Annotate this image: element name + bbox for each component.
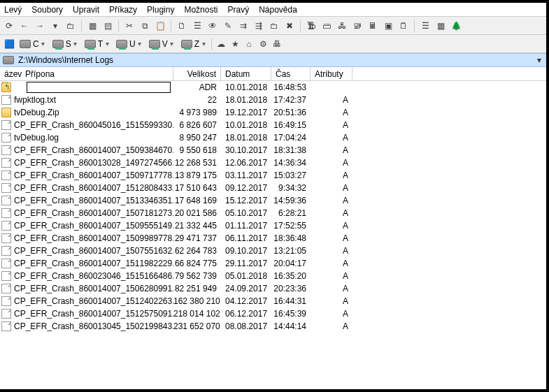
cell-attr: A — [311, 246, 352, 256]
header-time[interactable]: Čas — [271, 67, 311, 80]
table-row[interactable]: CP_EFR_Crash_860014007_1509555149.dmp21 … — [0, 219, 546, 232]
table-row[interactable]: CP_EFR_Crash_860013045_1502199843.dmp231… — [0, 320, 546, 333]
separator — [211, 38, 212, 50]
rename-input[interactable] — [27, 82, 171, 93]
table-row[interactable]: CP_EFR_Crash_860023046_1515166486.dmp79 … — [0, 270, 546, 282]
menu-upravit[interactable]: Upravit — [73, 5, 99, 15]
cell-size: 82 251 949 — [173, 284, 221, 293]
table-row[interactable]: CP_EFR_Crash_860045016_1515599330.dmp6 8… — [0, 119, 546, 131]
drive-u[interactable]: U▾ — [113, 38, 145, 50]
table-row[interactable]: CP_EFR_Crash_860014007_1507181273.dmp20 … — [0, 207, 546, 219]
path-dropdown-icon[interactable]: ▾ — [535, 55, 543, 65]
compress-icon[interactable]: 🗜 — [305, 20, 318, 32]
notepad-icon[interactable]: 🗒 — [397, 20, 410, 32]
new-icon[interactable]: 🗋 — [176, 20, 188, 32]
menu-možnosti[interactable]: Možnosti — [184, 5, 218, 15]
network-icon[interactable]: 🖳 — [351, 20, 364, 32]
props-icon[interactable]: ☰ — [191, 20, 204, 32]
table-row[interactable]: CP_EFR_Crash_860014007_1513346351.dmp17 … — [0, 194, 546, 207]
file-name: CP_EFR_Crash_860014007_1512402263.dmp — [14, 296, 173, 306]
file-icon — [1, 183, 11, 193]
menu-nápověda[interactable]: Nápověda — [259, 5, 297, 15]
menu-soubory[interactable]: Soubory — [31, 5, 63, 15]
cell-size: 79 562 739 — [173, 271, 221, 281]
header-attr[interactable]: Atributy — [311, 67, 352, 80]
forward-icon[interactable]: → — [34, 20, 46, 32]
table-row[interactable]: CP_EFR_Crash_860013028_1497274566.dmp12 … — [0, 157, 546, 169]
print-icon[interactable]: 🖶 — [271, 38, 283, 50]
path-bar[interactable]: Z:\Windows\Internet Logs ▾ — [0, 53, 546, 67]
folder-tree-icon[interactable]: 🗀 — [64, 20, 77, 32]
file-list[interactable]: ↰ADR10.01.201816:48:53fwpktlog.txt2218.0… — [0, 81, 546, 389]
cell-date: 06.12.2017 — [221, 309, 271, 319]
move-icon[interactable]: ⇶ — [252, 20, 265, 32]
list-icon[interactable]: ☰ — [419, 20, 432, 32]
edit-icon[interactable]: ✎ — [222, 20, 234, 32]
table-row[interactable]: CP_EFR_Crash_860014007_1509384670.dmp9 5… — [0, 144, 546, 157]
chevron-down-icon: ▾ — [105, 40, 109, 48]
grid2-icon[interactable]: ▤ — [101, 20, 114, 32]
menu-levý[interactable]: Levý — [4, 5, 22, 15]
view-icon[interactable]: 👁 — [206, 20, 219, 32]
table-row[interactable]: tvDebug.Zip4 973 98919.12.201720:51:36A — [0, 106, 546, 119]
cloud-icon[interactable]: ☁ — [215, 38, 227, 50]
header-size[interactable]: Velikost — [173, 67, 221, 80]
newfolder-icon[interactable]: 🗀 — [268, 20, 280, 32]
cell-size: 12 268 531 — [173, 158, 221, 168]
drive-letter: U — [129, 39, 136, 49]
cell-time: 20:51:36 — [271, 108, 311, 117]
grid-icon[interactable]: ▦ — [86, 20, 99, 32]
file-name: CP_EFR_Crash_860013028_1497274566.dmp — [14, 158, 173, 168]
drive-z[interactable]: Z▾ — [178, 38, 208, 50]
dropdown-icon[interactable]: ▾ — [49, 20, 62, 32]
chevron-down-icon: ▾ — [138, 40, 142, 48]
cell-size: 231 652 070 — [173, 321, 221, 331]
delete-icon[interactable]: ✖ — [283, 20, 296, 32]
cell-date: 06.11.2017 — [221, 233, 271, 243]
cell-size: 22 — [173, 95, 221, 105]
terminal-icon[interactable]: ▣ — [382, 20, 394, 32]
paste-icon[interactable]: 📋 — [154, 20, 166, 32]
table-row[interactable]: tvDebug.log8 950 24718.01.201817:04:24A — [0, 131, 546, 144]
thumb-icon[interactable]: ▦ — [434, 20, 447, 32]
home-icon[interactable]: ⌂ — [243, 38, 255, 50]
calc-icon[interactable]: 🖩 — [366, 20, 379, 32]
table-row[interactable]: ↰ADR10.01.201816:48:53 — [0, 81, 546, 94]
cut-icon[interactable]: ✂ — [123, 20, 136, 32]
cell-size: 13 879 175 — [173, 170, 221, 180]
cell-date: 08.08.2017 — [221, 321, 271, 331]
table-row[interactable]: CP_EFR_Crash_860014007_1509717778.dmp13 … — [0, 169, 546, 182]
table-row[interactable]: fwpktlog.txt2218.01.201817:42:37A — [0, 94, 546, 106]
table-row[interactable]: CP_EFR_Crash_860014007_1511982229.dmp66 … — [0, 257, 546, 270]
copy2-icon[interactable]: ⇉ — [237, 20, 250, 32]
table-row[interactable]: CP_EFR_Crash_860014007_1512808433.dmp17 … — [0, 182, 546, 194]
drive-v[interactable]: V▾ — [146, 38, 177, 50]
menu-příkazy[interactable]: Příkazy — [109, 5, 137, 15]
extract-icon[interactable]: 🗃 — [320, 20, 333, 32]
drive-c[interactable]: C▾ — [17, 38, 48, 50]
table-row[interactable]: CP_EFR_Crash_860014007_1506280991.dmp82 … — [0, 282, 546, 295]
cell-size: 29 471 737 — [173, 233, 221, 243]
back-icon[interactable]: ← — [18, 20, 31, 32]
cell-time: 16:48:53 — [271, 82, 311, 92]
table-row[interactable]: CP_EFR_Crash_860014007_1512575091.dmp218… — [0, 307, 546, 320]
menu-pluginy[interactable]: Pluginy — [147, 5, 174, 15]
drive-icon — [3, 56, 14, 64]
fav-icon[interactable]: ★ — [229, 38, 241, 50]
drive-s[interactable]: S▾ — [50, 38, 80, 50]
table-row[interactable]: CP_EFR_Crash_860014007_1509989778.dmp29 … — [0, 232, 546, 245]
app-icon[interactable]: ⚙ — [257, 38, 269, 50]
reload-icon[interactable]: ⟳ — [3, 20, 15, 32]
cell-size: ADR — [173, 82, 221, 92]
cell-size: 66 824 775 — [173, 259, 221, 268]
copy-icon[interactable]: ⧉ — [138, 20, 151, 32]
tree-icon[interactable]: 🌲 — [450, 20, 462, 32]
drive-t[interactable]: T▾ — [82, 38, 112, 50]
table-row[interactable]: CP_EFR_Crash_860014007_1512402263.dmp162… — [0, 295, 546, 307]
ftp-icon[interactable]: 🖧 — [336, 20, 348, 32]
header-name[interactable]: ázev Přípona — [0, 67, 173, 80]
menu-pravý[interactable]: Pravý — [227, 5, 249, 15]
header-date[interactable]: Datum — [221, 67, 271, 80]
table-row[interactable]: CP_EFR_Crash_860014007_1507551632.dmp62 … — [0, 245, 546, 257]
cell-attr: A — [311, 196, 352, 205]
